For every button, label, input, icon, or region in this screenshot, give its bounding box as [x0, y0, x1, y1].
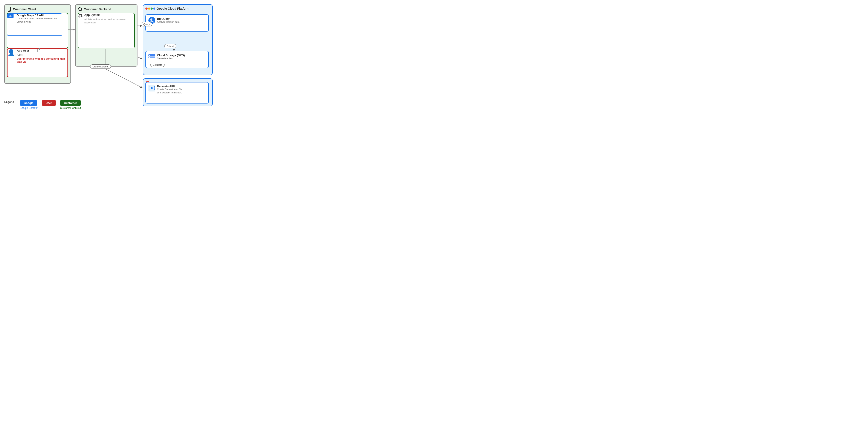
- app-user-role: [User]: [17, 54, 67, 56]
- create-dataset-label: Create Dataset: [90, 64, 111, 69]
- bigquery-box: BigQuery Analyze location data: [146, 14, 209, 32]
- google-maps-js-box: JS Google Maps JS API Load MapID and Dat…: [7, 13, 62, 36]
- customer-backend-title: Customer Backend: [78, 7, 135, 11]
- phone-icon: [7, 7, 11, 11]
- google-cloud-title: Google Cloud Platform: [146, 7, 210, 10]
- google-maps-js-title: Google Maps JS API: [17, 14, 62, 17]
- svg-line-45: [105, 69, 143, 88]
- app-system-title: App System: [85, 13, 134, 17]
- legend-user-badge: User: [42, 100, 56, 106]
- get-data-label: Get Data: [150, 63, 164, 67]
- app-user-title: App User: [17, 49, 67, 52]
- legend-customer-badge: Customer: [60, 100, 81, 106]
- legend-customer: Customer Customer Context: [60, 100, 81, 109]
- js-badge: JS: [7, 14, 13, 18]
- app-system-chip-icon: [78, 13, 83, 18]
- query-label: Query: [141, 22, 152, 26]
- legend-google-badge: Google: [20, 100, 37, 106]
- svg-rect-32: [149, 55, 150, 56]
- legend-section: Legend Google Google Context User Custom…: [4, 100, 81, 109]
- svg-line-43: [137, 57, 143, 59]
- svg-rect-17: [79, 14, 82, 17]
- legend-customer-context: Customer Context: [60, 106, 81, 109]
- customer-client-title: Customer Client: [7, 7, 68, 11]
- chip-icon: [78, 7, 83, 11]
- cloud-storage-title: Cloud Storage (GCS): [157, 54, 185, 57]
- app-system-subtitle: All data and services used for customer …: [85, 18, 134, 24]
- user-icon: 👤: [7, 49, 15, 56]
- legend-title: Legend: [4, 100, 14, 103]
- svg-rect-4: [79, 8, 82, 10]
- app-user-box: 👤 App User [User] User interacts with ap…: [7, 48, 68, 77]
- datasets-api-title: Datasets API: [157, 85, 182, 88]
- google-maps-js-subtitle: Load MapID and Dataset Style w/ Data Dri…: [17, 17, 62, 23]
- gcp-logo: [146, 7, 155, 10]
- datasets-api-icon: [148, 85, 155, 92]
- legend-google: Google Google Context: [20, 100, 37, 109]
- cloud-storage-subtitle: Store data files: [157, 57, 185, 60]
- customer-backend-container: Customer Backend App System All data: [75, 4, 137, 67]
- gcs-icon: [148, 54, 155, 60]
- bigquery-title: BigQuery: [157, 17, 180, 21]
- datasets-api-subtitle: Create Dataset from fileLink Dataset to …: [157, 88, 182, 94]
- legend-user: User: [42, 100, 56, 106]
- svg-rect-33: [149, 57, 150, 58]
- app-user-description: User interacts with app containing map d…: [17, 57, 67, 63]
- extract-label: Extract: [164, 44, 176, 48]
- app-system-box: App System All data and services used fo…: [78, 13, 135, 48]
- bigquery-subtitle: Analyze location data: [157, 21, 180, 24]
- datasets-api-box: Datasets API Create Dataset from fileLin…: [146, 82, 209, 103]
- legend-google-context: Google Context: [20, 106, 37, 109]
- architecture-diagram: Customer Client Customer Web App JS Goog…: [4, 4, 213, 109]
- customer-web-app-box: Customer Web App JS Google Maps JS API L…: [7, 13, 68, 48]
- svg-line-27: [153, 21, 154, 22]
- google-maps-platform-container: Google Maps Platform Datasets API Create…: [143, 78, 213, 106]
- customer-client-container: Customer Client Customer Web App JS Goog…: [4, 4, 71, 84]
